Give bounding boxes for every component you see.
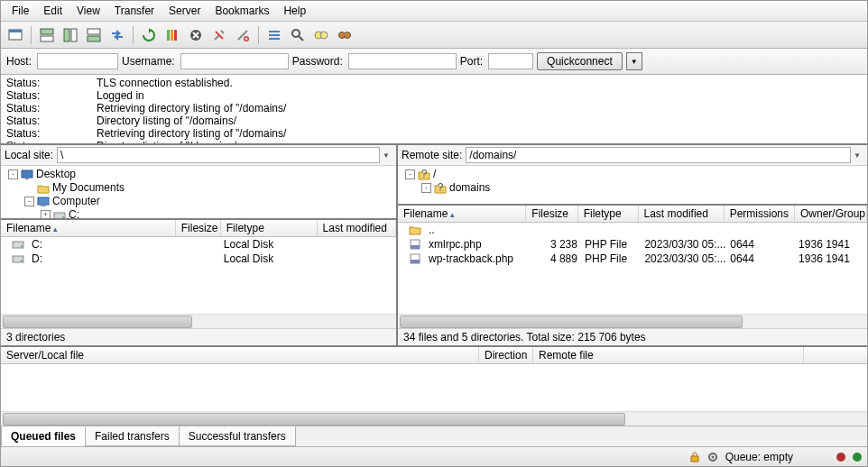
drive-icon	[53, 210, 66, 221]
col-lastmodified[interactable]: Last modified	[639, 206, 725, 222]
refresh-button[interactable]	[138, 24, 160, 46]
local-file-list[interactable]: C:Local DiskD:Local Disk	[1, 237, 396, 314]
site-manager-button[interactable]	[5, 24, 26, 46]
file-row[interactable]: ..	[398, 223, 867, 237]
disconnect-button[interactable]	[208, 24, 230, 46]
svg-point-29	[21, 245, 23, 247]
compare-button[interactable]	[310, 24, 332, 46]
queue-hscroll[interactable]	[1, 411, 867, 426]
process-queue-button[interactable]	[162, 24, 183, 46]
cancel-button[interactable]	[185, 24, 207, 46]
username-input[interactable]	[180, 53, 289, 69]
remote-summary: 34 files and 5 directories. Total size: …	[398, 328, 867, 345]
menu-server[interactable]: Server	[162, 3, 208, 19]
local-list-header[interactable]: FilenameFilesizeFiletypeLast modified	[1, 220, 396, 237]
tree-expander[interactable]: -	[421, 183, 431, 193]
quickconnect-dropdown[interactable]: ▼	[626, 52, 642, 70]
tree-node[interactable]: -Desktop	[5, 168, 392, 181]
queue-col[interactable]: Remote file	[533, 347, 804, 363]
remote-tree[interactable]: -?/-?domains	[398, 166, 867, 206]
gear-icon[interactable]	[707, 452, 718, 462]
tree-node[interactable]: My Documents	[5, 181, 392, 195]
tree-node[interactable]: -?domains	[402, 181, 863, 195]
tree-expander[interactable]: -	[24, 197, 34, 206]
queue-col[interactable]: Server/Local file	[1, 347, 479, 363]
local-hscroll[interactable]	[1, 314, 396, 328]
toggle-tree-button[interactable]	[60, 24, 81, 46]
svg-text:?: ?	[438, 183, 444, 194]
col-filesize[interactable]: Filesize	[176, 220, 221, 236]
col-lastmodified[interactable]: Last modified	[318, 220, 396, 236]
message-log[interactable]: Status:TLS connection established.Status…	[1, 75, 867, 145]
queue-list[interactable]	[1, 364, 867, 411]
svg-rect-24	[38, 197, 49, 205]
remote-hscroll[interactable]	[398, 314, 867, 328]
col-filename[interactable]: Filename	[398, 206, 526, 222]
tab-successful-transfers[interactable]: Successful transfers	[179, 426, 296, 446]
reconnect-button[interactable]	[232, 24, 254, 46]
remote-list-header[interactable]: FilenameFilesizeFiletypeLast modifiedPer…	[398, 206, 867, 223]
svg-point-18	[320, 32, 328, 39]
status-dot-green	[853, 453, 862, 462]
qfolder-icon: ?	[418, 169, 430, 180]
tree-node[interactable]: +C:	[5, 208, 392, 220]
host-input[interactable]	[37, 53, 118, 69]
menu-file[interactable]: File	[5, 3, 36, 19]
menu-edit[interactable]: Edit	[36, 3, 69, 19]
file-row[interactable]: wp-trackback.php4 889PHP File2023/03/30 …	[398, 252, 867, 266]
password-input[interactable]	[348, 53, 457, 69]
sync-browsing-button[interactable]	[106, 24, 128, 46]
tree-node[interactable]: -Computer	[5, 195, 392, 208]
col-filesize[interactable]: Filesize	[526, 206, 577, 222]
filter-button[interactable]	[263, 24, 285, 46]
find-button[interactable]	[334, 24, 356, 46]
remote-site-dropdown-icon[interactable]: ▼	[851, 151, 863, 160]
svg-rect-38	[691, 456, 698, 462]
remote-file-list[interactable]: ..xmlrpc.php3 238PHP File2023/03/30 05:.…	[398, 223, 867, 314]
svg-rect-3	[41, 36, 53, 41]
svg-point-31	[21, 260, 23, 261]
port-input[interactable]	[488, 53, 533, 69]
toggle-log-button[interactable]	[36, 24, 58, 46]
username-label: Username:	[122, 55, 175, 68]
local-site-input[interactable]	[57, 147, 380, 163]
quickconnect-bar: Host: Username: Password: Port: Quickcon…	[1, 49, 867, 75]
col-filetype[interactable]: Filetype	[221, 220, 318, 236]
svg-rect-15	[269, 38, 280, 40]
folder-icon	[37, 183, 50, 194]
file-row[interactable]: xmlrpc.php3 238PHP File2023/03/30 05:...…	[398, 237, 867, 252]
drive-icon	[8, 253, 28, 264]
queue-header[interactable]: Server/Local fileDirectionRemote file	[1, 347, 867, 364]
tree-expander[interactable]: -	[405, 169, 415, 179]
svg-rect-21	[341, 33, 348, 35]
tab-failed-transfers[interactable]: Failed transfers	[85, 426, 180, 446]
menu-bookmarks[interactable]: Bookmarks	[208, 3, 276, 19]
col-permissions[interactable]: Permissions	[725, 206, 795, 222]
tree-node[interactable]: -?/	[402, 168, 863, 181]
svg-rect-14	[269, 34, 280, 36]
menu-view[interactable]: View	[69, 3, 107, 19]
local-site-dropdown-icon[interactable]: ▼	[380, 151, 392, 160]
tree-expander[interactable]: +	[41, 210, 51, 220]
remote-site-input[interactable]	[466, 147, 851, 163]
col-filetype[interactable]: Filetype	[578, 206, 639, 222]
svg-text:?: ?	[421, 169, 428, 180]
tab-queued-files[interactable]: Queued files	[1, 426, 86, 446]
local-tree[interactable]: -DesktopMy Documents-Computer+C:	[1, 166, 396, 220]
search-button[interactable]	[287, 24, 309, 46]
svg-point-40	[711, 455, 714, 458]
col-filename[interactable]: Filename	[1, 220, 176, 236]
computer-icon	[37, 197, 50, 207]
menubar: FileEditViewTransferServerBookmarksHelp	[1, 1, 867, 22]
svg-rect-23	[25, 178, 29, 179]
file-row[interactable]: D:Local Disk	[1, 252, 396, 266]
file-row[interactable]: C:Local Disk	[1, 237, 396, 252]
svg-rect-8	[167, 30, 170, 41]
menu-transfer[interactable]: Transfer	[107, 3, 162, 19]
tree-expander[interactable]: -	[8, 169, 18, 179]
menu-help[interactable]: Help	[276, 3, 313, 19]
col-ownergroup[interactable]: Owner/Group	[795, 206, 867, 222]
queue-col[interactable]: Direction	[479, 347, 533, 363]
quickconnect-button[interactable]: Quickconnect	[537, 52, 623, 70]
toggle-queue-button[interactable]	[83, 24, 105, 46]
